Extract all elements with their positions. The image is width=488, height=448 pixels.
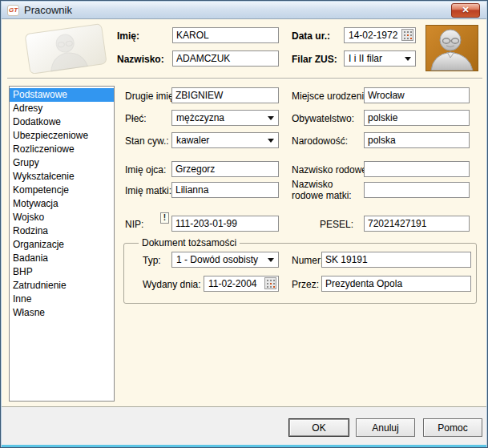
sidebar-item-wykształcenie[interactable]: Wykształcenie: [10, 170, 114, 184]
nazwisko-label: Nazwisko:: [117, 54, 164, 65]
narodowosc-label: Narodowość:: [292, 135, 348, 147]
sidebar-item-adresy[interactable]: Adresy: [10, 102, 114, 115]
calendar-icon[interactable]: [264, 277, 276, 289]
pracownik-dialog: GT Pracownik ✕ Imię: Nazwisko: Data ur.:…: [0, 0, 488, 448]
sidebar-item-ubezpieczeniowe[interactable]: Ubezpieczeniowe: [10, 129, 114, 143]
nazwisko-rodowe-matki-input[interactable]: [364, 182, 470, 198]
plec-combobox[interactable]: mężczyzna: [171, 110, 279, 126]
close-icon[interactable]: ✕: [451, 3, 480, 18]
nazwisko-rodowe-label: Nazwisko rodowe:: [292, 164, 369, 176]
filar-zus-combobox[interactable]: I i II filar: [344, 50, 416, 67]
sidebar-item-rodzina[interactable]: Rodzina: [10, 224, 114, 238]
drugie-imie-input[interactable]: [171, 87, 279, 103]
miejsce-urodzenia-label: Miejsce urodzenia:: [292, 91, 372, 102]
group-title: Dokument tożsamości: [139, 237, 240, 248]
sidebar-item-zatrudnienie[interactable]: Zatrudnienie: [10, 279, 114, 293]
wydany-dnia-label: Wydany dnia:: [143, 279, 201, 290]
typ-value: 1 - Dowód osobisty: [176, 254, 258, 265]
ok-button[interactable]: OK: [288, 418, 349, 437]
obywatelstwo-input[interactable]: [364, 110, 470, 126]
przez-input[interactable]: [321, 276, 471, 292]
nazwisko-input[interactable]: [172, 50, 279, 67]
drugie-imie-label: Drugie imię:: [125, 91, 176, 102]
nazwisko-rodowe-matki-label: Nazwisko rodowe matki:: [292, 179, 357, 201]
sidebar-item-własne[interactable]: Własne: [10, 306, 114, 320]
numer-input[interactable]: [321, 252, 471, 268]
imie-ojca-label: Imię ojca:: [125, 164, 166, 176]
nazwisko-rodowe-input[interactable]: [364, 161, 470, 177]
pomoc-button[interactable]: Pomoc: [423, 418, 482, 437]
sidebar-item-organizacje[interactable]: Organizacje: [10, 238, 114, 252]
plec-value: mężczyzna: [176, 112, 224, 123]
imie-matki-label: Imię matki:: [125, 185, 171, 196]
typ-label: Typ:: [143, 255, 161, 266]
chevron-down-icon: [268, 139, 274, 143]
stan-cyw-label: Stan cyw.:: [125, 135, 169, 147]
sidebar-item-inne[interactable]: Inne: [10, 293, 114, 306]
data-ur-datefield[interactable]: 14-02-1972: [344, 27, 416, 43]
typ-combobox[interactable]: 1 - Dowód osobisty: [171, 252, 279, 268]
filar-zus-label: Filar ZUS:: [292, 54, 337, 65]
obywatelstwo-label: Obywatelstwo:: [292, 113, 354, 124]
sidebar-item-wojsko[interactable]: Wojsko: [10, 211, 114, 224]
sidebar-item-kompetencje[interactable]: Kompetencje: [10, 184, 114, 197]
nip-label: NIP:: [125, 219, 143, 230]
chevron-down-icon: [268, 116, 274, 120]
wydany-dnia-datefield[interactable]: 11-02-2004: [204, 276, 279, 292]
chevron-down-icon: [405, 57, 411, 61]
imie-matki-input[interactable]: [171, 182, 279, 198]
data-ur-label: Data ur.:: [292, 30, 330, 42]
header-separator: [7, 78, 482, 79]
narodowosc-input[interactable]: [364, 132, 470, 148]
imie-label: Imię:: [117, 30, 139, 42]
sidebar-list[interactable]: PodstawoweAdresyDodatkoweUbezpieczeniowe…: [9, 86, 115, 402]
nip-input[interactable]: [171, 216, 279, 232]
window-title: Pracownik: [24, 4, 72, 16]
calendar-icon[interactable]: [401, 29, 413, 41]
app-icon: GT: [7, 5, 19, 16]
sidebar-item-bhp[interactable]: BHP: [10, 265, 114, 279]
sidebar-item-badania[interactable]: Badania: [10, 252, 114, 265]
chevron-down-icon: [268, 258, 274, 262]
id-card-watermark: [21, 22, 111, 74]
stan-cyw-combobox[interactable]: kawaler: [171, 132, 279, 148]
miejsce-urodzenia-input[interactable]: [364, 87, 470, 103]
filar-zus-value: I i II filar: [349, 53, 382, 64]
plec-label: Płeć:: [125, 113, 147, 124]
pesel-input[interactable]: [364, 216, 470, 232]
przez-label: Przez:: [292, 279, 319, 290]
pesel-label: PESEL:: [320, 219, 353, 230]
sidebar-item-motywacja[interactable]: Motywacja: [10, 197, 114, 211]
sidebar-item-grupy[interactable]: Grupy: [10, 156, 114, 170]
data-ur-value: 14-02-1972: [349, 30, 397, 41]
title-bar: GT Pracownik ✕: [2, 2, 486, 19]
wydany-dnia-value: 11-02-2004: [208, 278, 257, 289]
nip-warning-icon[interactable]: !: [160, 212, 169, 224]
imie-input[interactable]: [172, 27, 279, 43]
sidebar-item-dodatkowe[interactable]: Dodatkowe: [10, 115, 114, 129]
numer-label: Numer:: [292, 255, 323, 266]
anuluj-button[interactable]: Anuluj: [356, 418, 415, 437]
employee-photo: [425, 25, 478, 71]
stan-cyw-value: kawaler: [176, 135, 209, 146]
imie-ojca-input[interactable]: [171, 161, 279, 177]
sidebar-item-podstawowe[interactable]: Podstawowe: [10, 88, 114, 102]
sidebar-item-rozliczeniowe[interactable]: Rozliczeniowe: [10, 143, 114, 156]
